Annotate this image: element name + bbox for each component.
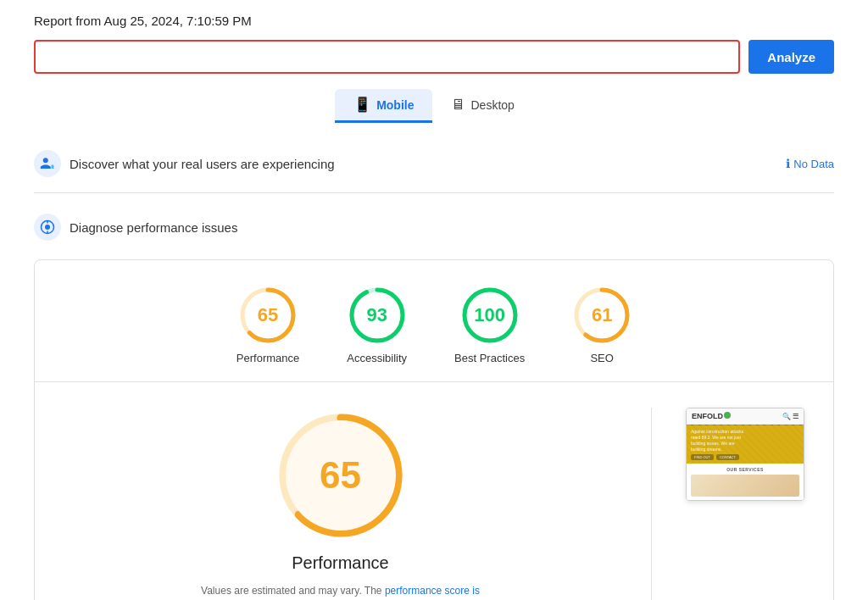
services-img <box>691 475 799 497</box>
page-wrapper: Report from Aug 25, 2024, 7:10:59 PM Ana… <box>0 0 868 600</box>
best-practices-score: 100 <box>474 304 505 326</box>
performance-label: Performance <box>236 352 299 364</box>
hero-overlay: Against construction attacksrated 89.2. … <box>687 425 804 464</box>
best-practices-circle: 100 <box>460 286 520 345</box>
svg-point-2 <box>45 225 50 230</box>
no-data-label: No Data <box>793 158 834 170</box>
big-gauge: 65 <box>273 408 409 543</box>
screenshot-logo: ENFOLD <box>692 412 731 420</box>
hero-btn-2: CONTACT <box>716 454 739 460</box>
screenshot-services: OUR SERVICES <box>687 464 804 500</box>
desc-text-1: Values are estimated and may vary. The <box>201 585 381 597</box>
real-users-header: Discover what your real users are experi… <box>34 142 834 186</box>
url-input[interactable] <box>34 40 740 74</box>
tab-row: 📱 Mobile 🖥 Desktop <box>34 89 834 123</box>
seo-circle: 61 <box>572 286 632 345</box>
screenshot-header: ENFOLD 🔍 ☰ <box>687 408 804 425</box>
no-data-link[interactable]: ℹ No Data <box>786 157 834 170</box>
hero-btn-row: FIND OUT CONTACT <box>691 454 799 460</box>
big-gauge-inner: 65 <box>286 420 396 531</box>
tab-mobile[interactable]: 📱 Mobile <box>335 89 432 123</box>
score-card-accessibility[interactable]: 93 Accessibility <box>347 286 407 364</box>
performance-score: 65 <box>258 304 278 326</box>
detail-section: 65 Performance Values are estimated and … <box>55 382 813 600</box>
desktop-tab-label: Desktop <box>470 98 514 112</box>
hero-btn-1: FIND OUT <box>691 454 714 460</box>
diagnose-label: Diagnose performance issues <box>70 220 237 235</box>
section-divider-1 <box>34 192 834 193</box>
score-card-best-practices[interactable]: 100 Best Practices <box>454 286 525 364</box>
info-icon: ℹ <box>786 157 790 170</box>
real-users-icon <box>34 150 61 177</box>
perf-description: Values are estimated and may vary. The p… <box>188 583 493 600</box>
performance-circle: 65 <box>238 286 298 345</box>
screenshot-col: ENFOLD 🔍 ☰ Against construction attacksr… <box>677 408 813 501</box>
screenshot-hero: Against construction attacksrated 89.2. … <box>687 425 804 464</box>
seo-score: 61 <box>592 304 612 326</box>
services-label: OUR SERVICES <box>691 467 799 472</box>
real-users-label: Discover what your real users are experi… <box>70 157 335 171</box>
screenshot-search-icon: 🔍 ☰ <box>782 413 798 420</box>
score-card-seo[interactable]: 61 SEO <box>572 286 632 364</box>
score-card-performance[interactable]: 65 Performance <box>236 286 299 364</box>
score-cards-row: 65 Performance 93 Accessibility <box>55 277 813 381</box>
vertical-divider <box>651 408 652 600</box>
mock-screenshot: ENFOLD 🔍 ☰ Against construction attacksr… <box>686 408 804 501</box>
report-title: Report from Aug 25, 2024, 7:10:59 PM <box>34 14 834 28</box>
desktop-icon: 🖥 <box>451 97 465 114</box>
performance-gauge-col: 65 Performance Values are estimated and … <box>55 408 626 600</box>
analyze-button[interactable]: Analyze <box>748 40 834 74</box>
tab-desktop[interactable]: 🖥 Desktop <box>432 89 532 123</box>
diagnose-box: 65 Performance 93 Accessibility <box>34 259 834 600</box>
best-practices-label: Best Practices <box>454 352 525 364</box>
accessibility-label: Accessibility <box>347 352 407 364</box>
big-performance-label: Performance <box>292 553 389 573</box>
big-score-num: 65 <box>320 454 361 497</box>
diagnose-header: Diagnose performance issues <box>34 205 834 249</box>
mobile-tab-label: Mobile <box>376 98 414 112</box>
url-bar-row: Analyze <box>34 40 834 74</box>
mobile-icon: 📱 <box>353 96 371 114</box>
accessibility-score: 93 <box>366 304 387 326</box>
svg-point-0 <box>43 158 48 163</box>
diagnose-icon <box>34 214 61 241</box>
hero-text: Against construction attacksrated 89.2. … <box>691 429 799 453</box>
accessibility-circle: 93 <box>348 286 407 345</box>
seo-label: SEO <box>590 352 613 364</box>
